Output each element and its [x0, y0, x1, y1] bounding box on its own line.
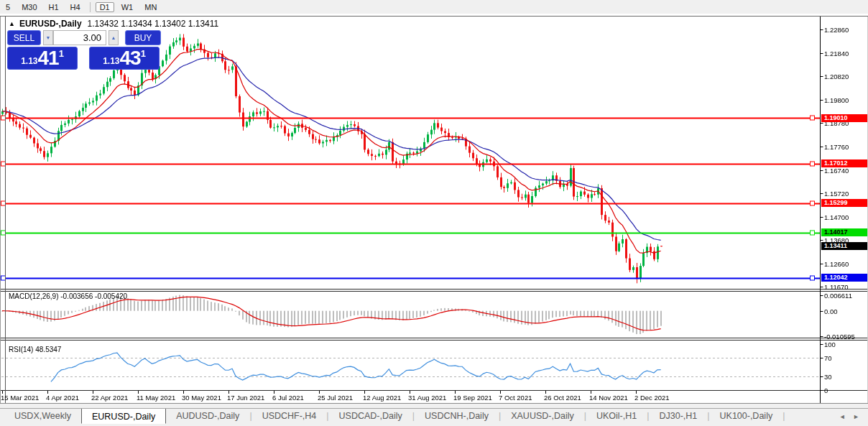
tab-scroll-right-icon[interactable]: ►	[853, 413, 862, 420]
chevron-up-icon: ▲	[111, 35, 116, 40]
chevron-down-icon: ▼	[46, 35, 51, 40]
toolbar-timeframe-D1[interactable]: D1	[96, 2, 114, 12]
toolbar-timeframe-H1[interactable]: H1	[45, 2, 63, 12]
tab-usdchf-h4[interactable]: USDCHF-,H4	[252, 409, 327, 423]
tab-audusd-daily[interactable]: AUDUSD-,Daily	[166, 409, 249, 423]
sell-price-pip: 1	[59, 48, 64, 59]
buy-price-main: 43	[119, 49, 140, 68]
tab-separator: |	[782, 409, 785, 421]
toolbar-timeframe-H4[interactable]: H4	[66, 2, 85, 12]
tab-scroll-arrows: ◄ ►	[839, 413, 862, 420]
tab-usdcnh-daily[interactable]: USDCNH-,Daily	[415, 409, 499, 423]
tab-usdcad-daily[interactable]: USDCAD-,Daily	[329, 409, 412, 423]
timeframe-toolbar: 5M30H1H4D1W1MN	[0, 0, 868, 14]
tab-uk100-daily[interactable]: UK100-,Daily	[710, 409, 783, 423]
buy-price-prefix: 1.13	[103, 56, 119, 66]
tab-scroll-left-icon[interactable]: ◄	[839, 413, 849, 420]
buy-button[interactable]: BUY	[125, 30, 161, 45]
volume-decrease-button[interactable]: ▼	[43, 30, 53, 45]
volume-input[interactable]	[53, 30, 106, 45]
toolbar-timeframe-5[interactable]: 5	[1, 2, 14, 12]
toolbar-timeframe-M30[interactable]: M30	[17, 2, 41, 12]
sell-price-main: 41	[37, 49, 58, 68]
price-chart-canvas[interactable]	[0, 14, 868, 408]
tab-eurusd-daily[interactable]: EURUSD-,Daily	[81, 409, 166, 424]
tab-ukoil-h1[interactable]: UKOil-,H1	[586, 409, 647, 423]
sell-price-prefix: 1.13	[21, 56, 37, 66]
toolbar-separator	[90, 2, 91, 12]
toolbar-timeframe-W1[interactable]: W1	[117, 2, 138, 12]
volume-increase-button[interactable]: ▲	[108, 30, 119, 45]
chart-tab-bar: USDX,WeeklyEURUSD-,DailyAUDUSD-,Daily|US…	[0, 408, 868, 426]
tab-usdx-weekly[interactable]: USDX,Weekly	[4, 409, 81, 423]
one-click-trade-panel: SELL ▼ ▲ BUY 1.13 41 1 1.13 43 1	[7, 30, 161, 70]
buy-price-pip: 1	[141, 48, 146, 59]
sell-price-button[interactable]: 1.13 41 1	[7, 47, 78, 70]
tab-xauusd-daily[interactable]: XAUUSD-,Daily	[501, 409, 584, 423]
sell-button[interactable]: SELL	[7, 30, 41, 45]
chart-window: ▲EURUSD-,Daily1.13432 1.13434 1.13402 1.…	[0, 14, 868, 408]
buy-price-button[interactable]: 1.13 43 1	[89, 47, 160, 70]
toolbar-timeframe-MN[interactable]: MN	[140, 2, 161, 12]
tab-dj30-h1[interactable]: DJ30-,H1	[649, 409, 707, 423]
